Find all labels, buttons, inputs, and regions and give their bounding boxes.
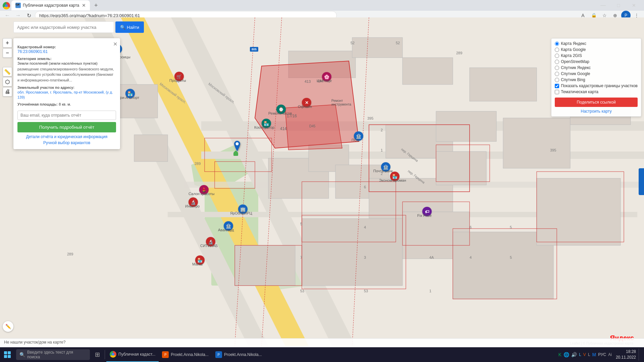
checkbox-cadastral[interactable]: Показать кадастровые границы участков <box>555 83 638 88</box>
taskbar-separator-1 <box>105 350 105 359</box>
layer-option-1[interactable]: Карта Google <box>555 47 638 52</box>
cb-thematic[interactable] <box>555 90 559 94</box>
poi-sitilab[interactable]: 🔬 <box>206 237 215 246</box>
taskbar-search-icon: 🔍 <box>19 352 25 357</box>
taskbar-file1-icon: P <box>162 351 169 358</box>
poi-psb[interactable]: 🏦 <box>354 131 363 141</box>
layer-option-2[interactable]: Карта 2GIS <box>555 53 638 58</box>
sys-tray-icons: K 🌐 🔊 L V L M РУС Ai <box>558 352 612 357</box>
poi-flowers[interactable]: 🌸 <box>322 72 331 81</box>
zoom-out-btn[interactable]: − <box>3 48 12 58</box>
svg-point-83 <box>236 142 239 145</box>
details-link[interactable]: Детали отчёта и юридическая информация <box>17 134 116 139</box>
taskbar-file1-item[interactable]: P Proekt.Anna.Nikola... <box>159 347 212 362</box>
windows-start-btn[interactable] <box>0 347 15 362</box>
kaspersky-icon[interactable]: K <box>558 352 561 357</box>
language-indicator: РУС <box>598 352 606 357</box>
active-tab[interactable]: 🗺 Публичная кадастровая карта ✕ <box>11 0 90 10</box>
checkbox-thematic[interactable]: Тематическая карта <box>555 89 638 94</box>
volume-icon[interactable]: 🔊 <box>571 352 577 357</box>
poi-pochta[interactable]: 🏦 <box>381 162 390 172</box>
taskbar-right: K 🌐 🔊 L V L M РУС Ai 18:28 20.11.2022 <box>558 349 644 361</box>
poi-coop[interactable]: 🏪 <box>262 119 271 128</box>
map-container[interactable]: Московский просп. Московский просп. 52 5… <box>0 17 644 346</box>
layer-option-5[interactable]: Спутник Google <box>555 71 638 76</box>
edit-btn[interactable]: ✏️ <box>3 321 13 332</box>
taskbar-chrome-icon <box>110 351 116 358</box>
radio-2gis-map[interactable] <box>555 54 559 58</box>
poi-avangard[interactable]: 🏦 <box>224 221 233 231</box>
sys-icon-2[interactable]: V <box>583 352 586 357</box>
right-edge-tab[interactable] <box>639 168 644 195</box>
taskbar: 🔍 Введите здесь текст для поиска ⊞ Публи… <box>0 347 644 362</box>
road-sign-805: 805 <box>250 47 258 52</box>
radio-yandex-sat[interactable] <box>555 66 559 70</box>
poi-ekonom[interactable]: 🏪 <box>390 172 399 181</box>
sys-icon-3[interactable]: L <box>588 352 590 357</box>
map-search-input[interactable] <box>13 21 114 33</box>
share-btn[interactable]: Поделиться ссылкой <box>555 98 638 107</box>
cb-show-cadastral[interactable] <box>555 84 559 88</box>
windows-logo <box>4 351 11 358</box>
layer-option-4[interactable]: Спутник Яндекс <box>555 65 638 70</box>
radio-osm-map[interactable] <box>555 60 559 64</box>
tab-close-btn[interactable]: ✕ <box>82 3 86 8</box>
area-btn[interactable]: ⬡ <box>3 77 12 86</box>
category-value: Земли поселений (земли населённых пункто… <box>17 61 116 83</box>
map-marker-green <box>232 150 239 158</box>
email-input[interactable] <box>17 111 116 120</box>
radio-yandex-map[interactable] <box>555 42 559 46</box>
svg-rect-84 <box>233 153 238 156</box>
taskbar-file2-icon: P <box>215 351 222 358</box>
sys-icon-4[interactable]: M <box>592 352 596 357</box>
address-link[interactable]: обл. Ярославская, г. Ярославль, пр-кт Мо… <box>17 90 113 99</box>
show-desktop-btn[interactable] <box>639 349 641 361</box>
zoom-in-btn[interactable]: + <box>3 38 12 48</box>
layer-option-0[interactable]: Карта Яндекс <box>555 41 638 46</box>
poi-products[interactable]: 🛒 <box>174 72 184 81</box>
area-label: Уточнённая площадь: <box>17 102 58 106</box>
label-thematic: Тематическая карта <box>561 89 598 94</box>
layer-option-6[interactable]: Спутник Bing <box>555 77 638 82</box>
get-report-btn[interactable]: Получить подробный отчёт <box>17 122 116 132</box>
taskbar-date-display: 20.11.2022 <box>616 355 636 360</box>
category-label: Категория земель: <box>17 57 116 61</box>
network-icon[interactable]: 🌐 <box>564 352 569 357</box>
poi-eirc[interactable]: 🏢 <box>238 204 248 214</box>
poi-invitro[interactable]: 🔬 <box>189 197 198 207</box>
new-tab-btn[interactable]: + <box>91 1 101 10</box>
layers-panel: Карта Яндекс Карта Google Карта 2GIS Ope… <box>551 38 641 117</box>
label-osm-map: OpenStreetMap <box>561 59 589 64</box>
map-search-bar: 🔍 Найти <box>13 21 144 33</box>
poi-marka[interactable]: 🏪 <box>195 255 205 265</box>
cadastral-number-link[interactable]: 76:23:060901:61 <box>17 49 48 54</box>
info-panel-close-btn[interactable]: ✕ <box>113 41 117 47</box>
poi-salon[interactable]: 💄 <box>199 185 209 194</box>
label-google-sat: Спутник Google <box>561 71 590 76</box>
manual-link[interactable]: Ручной выбор вариантов <box>17 140 116 145</box>
map-search-btn[interactable]: 🔍 Найти <box>115 21 144 33</box>
search-icon: 🔍 <box>120 25 125 30</box>
sys-icon-1[interactable]: L <box>579 352 581 357</box>
print-btn[interactable]: 🖨 <box>3 87 12 97</box>
ruler-btn[interactable]: 📏 <box>3 67 12 76</box>
radio-google-sat[interactable] <box>555 72 559 76</box>
taskbar-file2-item[interactable]: P Proekt.Anna.Nikola... <box>212 347 265 362</box>
radio-google-map[interactable] <box>555 48 559 52</box>
map-controls: + − <box>3 38 12 58</box>
taskbar-search[interactable]: 🔍 Введите здесь текст для поиска <box>16 349 90 360</box>
layer-option-3[interactable]: OpenStreetMap <box>555 59 638 64</box>
poi-clock[interactable]: ⌚ <box>276 105 286 114</box>
ai-label: Ai <box>608 352 612 357</box>
task-view-btn[interactable]: ⊞ <box>91 349 103 361</box>
label-bing-sat: Спутник Bing <box>561 77 585 82</box>
label-2gis-map: Карта 2GIS <box>561 53 582 58</box>
bottom-notice[interactable]: Не нашли участок/дом на карте? <box>0 338 644 346</box>
radio-bing-sat[interactable] <box>555 78 559 82</box>
poi-sport[interactable]: 🏪 <box>125 89 135 98</box>
poi-offline[interactable]: ✕ <box>302 98 311 107</box>
taskbar-clock[interactable]: 18:28 20.11.2022 <box>616 349 636 360</box>
configure-map-link[interactable]: Настроить карту <box>555 109 638 114</box>
taskbar-browser-item[interactable]: Публичная кадаст... <box>106 347 159 362</box>
poi-fixprice[interactable]: 🏷 <box>422 207 432 216</box>
